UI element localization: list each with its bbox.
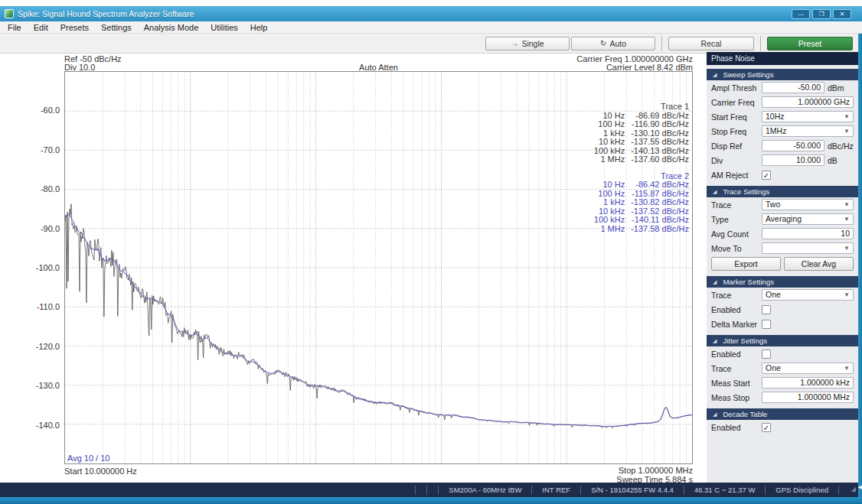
div-input[interactable]: 10.000 [762,154,824,166]
trace-2 [65,214,692,426]
status-reference: INT REF [531,486,580,495]
jitter-enabled-label: Enabled [711,350,762,359]
auto-sweep-button[interactable]: ↻ Auto [571,37,655,50]
jitter-enabled-row: Enabled [707,346,858,361]
recal-button[interactable]: Recal [668,37,754,50]
status-empty-segment [426,486,438,495]
div-row: Div 10.000dB [707,153,858,167]
ampl-thresh-row: Ampl Thresh -50.00dBm [707,80,858,95]
trace-buttons-row: Export Clear Avg [707,255,858,272]
ampl-thresh-unit: dBm [828,83,854,93]
decade-table-cell: -140.11 dBc/Hz [631,216,689,225]
preset-label: Preset [798,39,821,48]
y-axis-tick-label: -110.0 [0,302,60,311]
trace-type-row: Type Averaging▼ [707,212,858,226]
clear-avg-button[interactable]: Clear Avg [784,257,854,271]
avg-count-label: Avg Count [711,229,762,239]
meas-start-input[interactable]: 1.000000 kHz [762,377,854,389]
marker-enabled-checkbox[interactable] [762,305,771,314]
decade-table-cell: 100 kHz [594,216,625,225]
marker-settings-title: Marker Settings [723,278,774,286]
menu-presets[interactable]: Presets [54,23,95,32]
preset-button[interactable]: Preset [767,37,853,50]
chevron-down-icon: ▼ [844,200,850,210]
disp-ref-row: Disp Ref -50.000dBc/Hz [707,138,858,153]
meas-stop-input[interactable]: 1.000000 MHz [762,392,854,403]
trace-select[interactable]: Two▼ [762,199,854,210]
decade-table-header[interactable]: ◢ Decade Table [707,408,858,420]
start-freq-label: Start Freq [711,112,762,122]
minimize-icon[interactable]: — [792,9,810,19]
div-unit: dB [828,156,854,165]
trace-settings-header[interactable]: ◢ Trace Settings [707,186,858,197]
delta-marker-row: Delta Marker [707,317,858,331]
y-axis-tick-label: -60.0 [0,106,60,115]
auto-label: Auto [609,39,626,48]
window-frame-edge [858,34,862,497]
window-frame-bottom [0,497,862,504]
menu-file[interactable]: File [2,23,28,32]
status-bar: SM200A - 60MHz IBW INT REF S/N - 1910425… [0,483,858,497]
export-button[interactable]: Export [711,257,781,271]
move-to-select[interactable]: ▼ [762,242,854,254]
y-axis-tick-label: -130.0 [0,381,60,390]
sweep-settings-header[interactable]: ◢ Sweep Settings [707,69,858,80]
collapse-panel-arrow-icon[interactable]: ◀ [858,484,862,490]
maximize-icon[interactable]: ❐ [812,9,831,19]
chevron-down-icon: ▼ [844,290,850,300]
decade-table-cell: 1 MHz [594,225,625,234]
menu-help[interactable]: Help [244,23,274,32]
decade-table-cell: 10 Hz [594,180,625,190]
jitter-settings-header[interactable]: ◢ Jitter Settings [707,335,858,346]
decade-enabled-label: Enabled [711,423,762,432]
carrier-freq-input[interactable]: 1.000000 GHz [762,96,854,108]
jitter-enabled-checkbox[interactable] [762,350,771,359]
jitter-settings-title: Jitter Settings [723,337,767,345]
status-empty-segment [415,486,426,495]
jitter-trace-select[interactable]: One▼ [762,363,854,374]
y-axis-tick-label: -70.0 [0,145,60,154]
trace-type-select[interactable]: Averaging▼ [762,213,854,225]
menu-analysis-mode[interactable]: Analysis Mode [138,23,205,32]
collapse-icon: ◢ [713,72,717,78]
menu-utilities[interactable]: Utilities [204,23,243,32]
move-to-row: Move To ▼ [707,241,858,255]
avg-count-input[interactable]: 10 [762,228,854,239]
menu-settings[interactable]: Settings [95,23,138,32]
status-temp-power: 46.31 C ~ 21.37 W [684,486,765,495]
disp-ref-unit: dBc/Hz [828,141,854,151]
decade-table-rows: 10 Hz-86.69 dBc/Hz100 Hz-116.90 dBc/Hz1 … [594,112,689,164]
jitter-trace-row: Trace One▼ [707,361,858,376]
chevron-down-icon: ▼ [844,214,850,224]
single-label: Single [521,39,544,48]
decade-table-trace-name: Trace 1 [594,102,689,112]
stop-freq-select[interactable]: 1MHz▼ [762,125,854,137]
start-freq-row: Start Freq 10Hz▼ [707,109,858,124]
stop-freq-row: Stop Freq 1MHz▼ [707,124,858,138]
single-sweep-button[interactable]: → Single [485,37,570,50]
marker-settings-header[interactable]: ◢ Marker Settings [707,276,858,288]
marker-trace-select[interactable]: One▼ [762,289,854,301]
y-axis-tick-label: -120.0 [0,342,60,351]
title-bar[interactable]: Spike: Signal Hound Spectrum Analyzer So… [0,6,862,21]
resize-grip[interactable]: ◢ [838,486,858,495]
start-freq-select[interactable]: 10Hz▼ [762,111,854,122]
decade-table-annotation: Trace 110 Hz-86.69 dBc/Hz100 Hz-116.90 d… [594,95,689,233]
plot-area[interactable]: Trace 110 Hz-86.69 dBc/Hz100 Hz-116.90 d… [64,71,693,464]
type-label: Type [711,215,762,224]
status-serial-firmware: S/N - 19104255 FW 4.4.4 [580,486,684,495]
app-window: Spike: Signal Hound Spectrum Analyzer So… [0,0,862,504]
chevron-down-icon: ▼ [844,126,850,136]
am-reject-checkbox[interactable]: ✓ [762,171,771,180]
delta-marker-checkbox[interactable] [762,320,771,329]
stop-info: Stop 1.000000 MHz Sweep Time 5.884 s [616,467,693,484]
menu-edit[interactable]: Edit [28,23,54,32]
trace-select-row: Trace Two▼ [707,197,858,212]
meas-start-row: Meas Start 1.000000 kHz [707,376,858,390]
trace-settings-title: Trace Settings [723,187,769,196]
ampl-thresh-input[interactable]: -50.00 [762,82,824,93]
close-icon[interactable]: ✕ [833,9,851,19]
disp-ref-input[interactable]: -50.000 [762,140,824,151]
decade-enabled-checkbox[interactable]: ✓ [762,423,771,432]
disp-ref-label: Disp Ref [711,141,762,151]
